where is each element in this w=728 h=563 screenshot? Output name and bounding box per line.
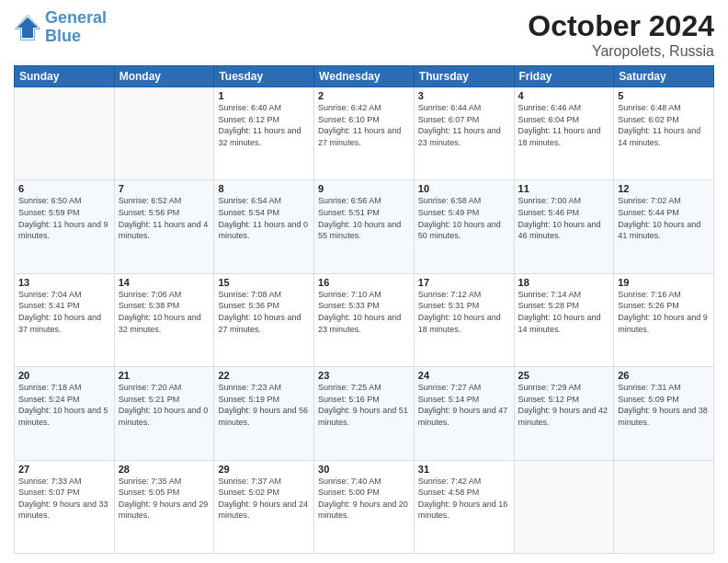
week-row-2: 6Sunrise: 6:50 AM Sunset: 5:59 PM Daylig… [15, 180, 714, 273]
day-info: Sunrise: 7:20 AM Sunset: 5:21 PM Dayligh… [119, 382, 210, 428]
day-cell: 1Sunrise: 6:40 AM Sunset: 6:12 PM Daylig… [214, 87, 314, 180]
day-number: 12 [618, 183, 710, 194]
day-info: Sunrise: 7:37 AM Sunset: 5:02 PM Dayligh… [218, 476, 310, 522]
day-cell: 28Sunrise: 7:35 AM Sunset: 5:05 PM Dayli… [114, 460, 214, 553]
day-cell: 22Sunrise: 7:23 AM Sunset: 5:19 PM Dayli… [214, 367, 314, 460]
day-number: 2 [318, 90, 410, 101]
week-row-1: 1Sunrise: 6:40 AM Sunset: 6:12 PM Daylig… [15, 87, 714, 180]
day-info: Sunrise: 6:46 AM Sunset: 6:04 PM Dayligh… [518, 102, 610, 148]
day-info: Sunrise: 7:40 AM Sunset: 5:00 PM Dayligh… [318, 476, 410, 522]
week-row-4: 20Sunrise: 7:18 AM Sunset: 5:24 PM Dayli… [15, 367, 714, 460]
day-number: 9 [318, 183, 410, 194]
day-info: Sunrise: 6:58 AM Sunset: 5:49 PM Dayligh… [418, 195, 510, 241]
weekday-header-friday: Friday [514, 66, 614, 87]
day-info: Sunrise: 7:04 AM Sunset: 5:41 PM Dayligh… [18, 289, 110, 335]
day-info: Sunrise: 7:06 AM Sunset: 5:38 PM Dayligh… [119, 289, 210, 335]
day-info: Sunrise: 7:35 AM Sunset: 5:05 PM Dayligh… [119, 476, 210, 522]
day-info: Sunrise: 6:54 AM Sunset: 5:54 PM Dayligh… [218, 195, 310, 241]
calendar-title: October 2024 [528, 9, 714, 43]
calendar-table: SundayMondayTuesdayWednesdayThursdayFrid… [14, 65, 714, 554]
calendar-subtitle: Yaropolets, Russia [528, 43, 714, 60]
day-number: 7 [119, 183, 210, 194]
day-number: 22 [218, 370, 310, 381]
logo-text: General Blue [45, 9, 107, 46]
page: General Blue October 2024 Yaropolets, Ru… [0, 0, 728, 563]
weekday-header-thursday: Thursday [414, 66, 514, 87]
day-cell: 18Sunrise: 7:14 AM Sunset: 5:28 PM Dayli… [514, 273, 614, 366]
day-cell: 24Sunrise: 7:27 AM Sunset: 5:14 PM Dayli… [414, 367, 514, 460]
weekday-header-wednesday: Wednesday [314, 66, 415, 87]
day-info: Sunrise: 7:10 AM Sunset: 5:33 PM Dayligh… [318, 289, 410, 335]
day-number: 11 [518, 183, 610, 194]
weekday-header-sunday: Sunday [15, 66, 115, 87]
day-number: 4 [518, 90, 610, 101]
day-info: Sunrise: 7:00 AM Sunset: 5:46 PM Dayligh… [518, 195, 610, 241]
day-cell: 11Sunrise: 7:00 AM Sunset: 5:46 PM Dayli… [514, 180, 614, 273]
day-info: Sunrise: 7:27 AM Sunset: 5:14 PM Dayligh… [418, 382, 510, 428]
day-info: Sunrise: 7:16 AM Sunset: 5:26 PM Dayligh… [618, 289, 710, 335]
day-cell: 27Sunrise: 7:33 AM Sunset: 5:07 PM Dayli… [15, 460, 115, 553]
week-row-3: 13Sunrise: 7:04 AM Sunset: 5:41 PM Dayli… [15, 273, 714, 366]
day-number: 28 [119, 464, 210, 475]
weekday-header-tuesday: Tuesday [214, 66, 314, 87]
day-cell: 3Sunrise: 6:44 AM Sunset: 6:07 PM Daylig… [414, 87, 514, 180]
day-number: 23 [318, 370, 410, 381]
header: General Blue October 2024 Yaropolets, Ru… [14, 9, 714, 60]
day-cell [15, 87, 115, 180]
day-cell [514, 460, 614, 553]
day-cell: 12Sunrise: 7:02 AM Sunset: 5:44 PM Dayli… [614, 180, 714, 273]
day-number: 3 [418, 90, 510, 101]
day-info: Sunrise: 6:40 AM Sunset: 6:12 PM Dayligh… [218, 102, 310, 148]
day-cell [614, 460, 714, 553]
day-cell: 26Sunrise: 7:31 AM Sunset: 5:09 PM Dayli… [614, 367, 714, 460]
day-number: 17 [418, 277, 510, 288]
day-cell: 2Sunrise: 6:42 AM Sunset: 6:10 PM Daylig… [314, 87, 415, 180]
day-number: 25 [518, 370, 610, 381]
weekday-header-monday: Monday [114, 66, 214, 87]
day-info: Sunrise: 6:56 AM Sunset: 5:51 PM Dayligh… [318, 195, 410, 241]
day-cell: 25Sunrise: 7:29 AM Sunset: 5:12 PM Dayli… [514, 367, 614, 460]
day-cell: 16Sunrise: 7:10 AM Sunset: 5:33 PM Dayli… [314, 273, 415, 366]
day-number: 26 [618, 370, 710, 381]
day-cell: 21Sunrise: 7:20 AM Sunset: 5:21 PM Dayli… [114, 367, 214, 460]
day-info: Sunrise: 7:42 AM Sunset: 4:58 PM Dayligh… [418, 476, 510, 522]
day-cell: 5Sunrise: 6:48 AM Sunset: 6:02 PM Daylig… [614, 87, 714, 180]
day-info: Sunrise: 7:23 AM Sunset: 5:19 PM Dayligh… [218, 382, 310, 428]
day-cell: 14Sunrise: 7:06 AM Sunset: 5:38 PM Dayli… [114, 273, 214, 366]
day-number: 20 [18, 370, 110, 381]
day-cell: 4Sunrise: 6:46 AM Sunset: 6:04 PM Daylig… [514, 87, 614, 180]
day-cell: 10Sunrise: 6:58 AM Sunset: 5:49 PM Dayli… [414, 180, 514, 273]
day-number: 27 [18, 464, 110, 475]
day-info: Sunrise: 7:25 AM Sunset: 5:16 PM Dayligh… [318, 382, 410, 428]
logo-icon [14, 14, 41, 41]
day-info: Sunrise: 7:31 AM Sunset: 5:09 PM Dayligh… [618, 382, 710, 428]
day-number: 24 [418, 370, 510, 381]
day-number: 5 [618, 90, 710, 101]
day-number: 6 [18, 183, 110, 194]
day-info: Sunrise: 7:29 AM Sunset: 5:12 PM Dayligh… [518, 382, 610, 428]
day-number: 19 [618, 277, 710, 288]
day-cell: 17Sunrise: 7:12 AM Sunset: 5:31 PM Dayli… [414, 273, 514, 366]
weekday-header-row: SundayMondayTuesdayWednesdayThursdayFrid… [15, 66, 714, 87]
day-number: 1 [218, 90, 310, 101]
day-cell: 13Sunrise: 7:04 AM Sunset: 5:41 PM Dayli… [15, 273, 115, 366]
day-cell: 20Sunrise: 7:18 AM Sunset: 5:24 PM Dayli… [15, 367, 115, 460]
day-info: Sunrise: 6:50 AM Sunset: 5:59 PM Dayligh… [18, 195, 110, 241]
day-cell: 6Sunrise: 6:50 AM Sunset: 5:59 PM Daylig… [15, 180, 115, 273]
day-number: 30 [318, 464, 410, 475]
day-number: 21 [119, 370, 210, 381]
day-number: 8 [218, 183, 310, 194]
day-cell: 8Sunrise: 6:54 AM Sunset: 5:54 PM Daylig… [214, 180, 314, 273]
day-cell: 15Sunrise: 7:08 AM Sunset: 5:36 PM Dayli… [214, 273, 314, 366]
day-cell: 29Sunrise: 7:37 AM Sunset: 5:02 PM Dayli… [214, 460, 314, 553]
day-number: 13 [18, 277, 110, 288]
day-info: Sunrise: 7:08 AM Sunset: 5:36 PM Dayligh… [218, 289, 310, 335]
title-block: October 2024 Yaropolets, Russia [528, 9, 714, 60]
day-info: Sunrise: 7:12 AM Sunset: 5:31 PM Dayligh… [418, 289, 510, 335]
day-info: Sunrise: 6:42 AM Sunset: 6:10 PM Dayligh… [318, 102, 410, 148]
day-number: 31 [418, 464, 510, 475]
day-info: Sunrise: 7:33 AM Sunset: 5:07 PM Dayligh… [18, 476, 110, 522]
day-info: Sunrise: 7:18 AM Sunset: 5:24 PM Dayligh… [18, 382, 110, 428]
day-info: Sunrise: 7:14 AM Sunset: 5:28 PM Dayligh… [518, 289, 610, 335]
day-cell: 9Sunrise: 6:56 AM Sunset: 5:51 PM Daylig… [314, 180, 415, 273]
